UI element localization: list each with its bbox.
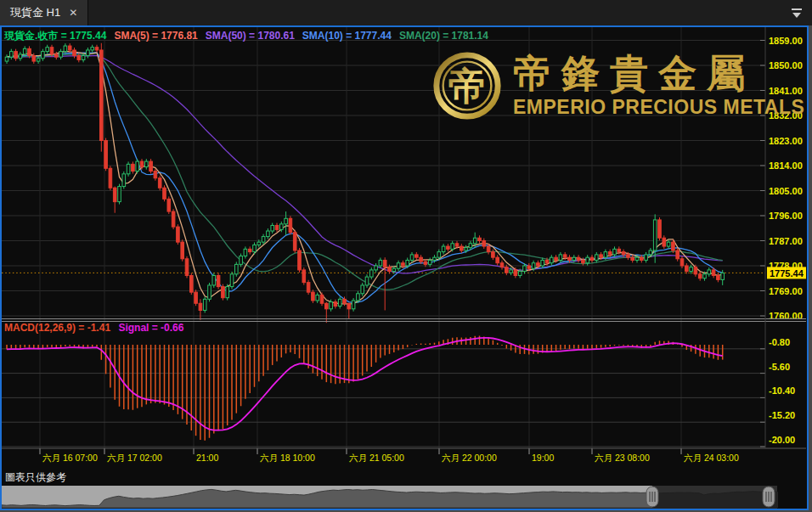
tab-label: 現貨金 H1 [10, 5, 60, 20]
brand-name-en: EMPERIO PRECIOUS METALS [513, 96, 804, 119]
close-icon[interactable]: ✕ [69, 7, 77, 19]
trading-app: 現貨金 H1 ✕ 1859.001850.001841.001832.00182… [0, 0, 812, 512]
brand-emblem-icon: 帝 [431, 48, 503, 124]
legend-item: SMA(5) = 1776.81 [114, 30, 197, 42]
macd-axis-label: -15.20 [769, 410, 795, 420]
signal-value-text: Signal = -0.66 [118, 322, 183, 334]
price-axis-label: 1805.00 [769, 186, 803, 196]
price-axis-label: 1760.00 [769, 311, 803, 321]
tab-overflow-icon[interactable] [790, 6, 804, 20]
navigator-handle[interactable] [763, 487, 775, 507]
legend-item: SMA(10) = 1777.44 [302, 30, 392, 42]
macd-indicator-label: MACD(12,26,9) = -1.41 Signal = -0.66 [4, 322, 183, 334]
price-axis-label: 1823.00 [769, 136, 803, 146]
price-axis-label: 1814.00 [769, 160, 803, 171]
legend-item: 現貨金.收市 = 1775.44 [4, 30, 106, 42]
time-axis-label: 六月 22 00:00 [442, 453, 497, 463]
price-axis-label: 1787.00 [769, 236, 803, 246]
macd-axis-label: -0.80 [769, 337, 790, 347]
brand-name-cjk: 帝鋒貴金屬 [513, 53, 804, 95]
status-bar-text: 圖表只供參考 [5, 470, 66, 485]
brand-logo: 帝 帝鋒貴金屬 EMPERIO PRECIOUS METALS [431, 48, 804, 124]
tab-spot-gold-h1[interactable]: 現貨金 H1 ✕ [0, 0, 88, 25]
price-axis-label: 1859.00 [769, 36, 803, 46]
macd-histogram [7, 336, 723, 441]
price-axis-label: 1796.00 [769, 211, 803, 221]
macd-value-text: MACD(12,26,9) = -1.41 [4, 322, 110, 334]
price-axis-label: 1769.00 [769, 286, 803, 296]
macd-axis-label: -5.60 [769, 362, 790, 372]
time-axis-label: 19:00 [532, 453, 554, 463]
time-axis-label: 六月 24 03:00 [684, 453, 739, 463]
svg-text:1775.44: 1775.44 [770, 268, 804, 279]
time-axis-label: 六月 17 02:00 [107, 453, 162, 463]
macd-signal-line [7, 338, 723, 430]
legend-item: SMA(50) = 1780.61 [206, 30, 295, 42]
navigator-handle[interactable] [646, 487, 658, 507]
time-axis-label: 六月 21 05:00 [349, 453, 404, 463]
time-axis-label: 六月 18 10:00 [260, 453, 315, 463]
time-axis-label: 21:00 [196, 453, 218, 463]
macd-axis-label: -10.40 [769, 385, 795, 396]
legend-item: SMA(20) = 1781.14 [399, 30, 488, 42]
tab-bar: 現貨金 H1 ✕ [0, 0, 812, 25]
brand-mark-character: 帝 [448, 64, 487, 109]
indicator-legend: 現貨金.收市 = 1775.44SMA(5) = 1776.81SMA(50) … [4, 29, 496, 43]
time-axis-label: 六月 16 07:00 [42, 453, 98, 463]
time-axis-label: 六月 23 08:00 [595, 453, 650, 463]
navigator[interactable] [2, 486, 777, 508]
current-price-tag: 1775.44 [767, 267, 806, 279]
macd-axis-label: -20.00 [769, 435, 795, 445]
